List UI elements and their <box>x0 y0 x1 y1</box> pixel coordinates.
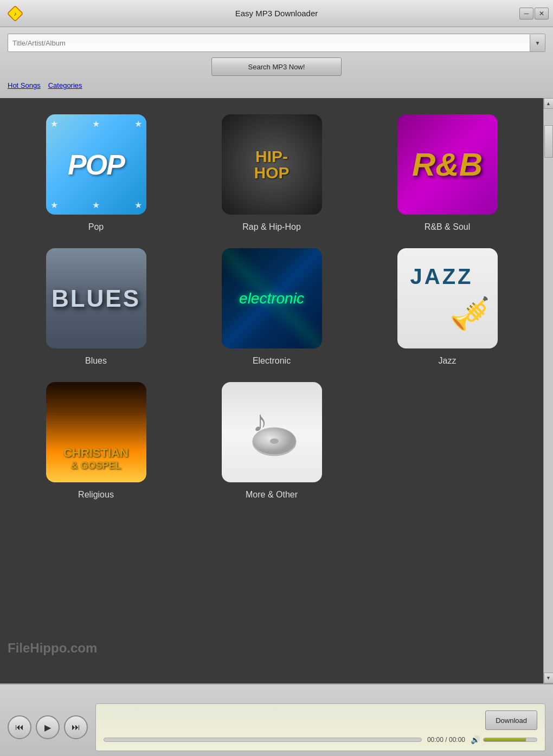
music-note-icon: ♪ <box>239 399 304 466</box>
main-window: ▼ Search MP3 Now! Hot Songs Categories <box>0 27 553 98</box>
svg-text:♪: ♪ <box>14 11 17 17</box>
volume-fill <box>484 738 526 741</box>
volume-icon: 🔊 <box>471 735 480 744</box>
svg-point-4 <box>270 438 279 444</box>
volume-area: 🔊 <box>471 735 537 744</box>
category-item-pop[interactable]: ★★★ POP ★★★ Pop <box>16 114 176 232</box>
search-input[interactable] <box>8 34 530 52</box>
download-button[interactable]: Download <box>485 710 537 730</box>
nav-links: Hot Songs Categories <box>8 81 545 89</box>
app-title: Easy MP3 Downloader <box>235 9 318 18</box>
scrollbar: ▲ ▼ <box>543 98 553 683</box>
category-grid-panel: ★★★ POP ★★★ Pop HIP- HOP Rap & Hip <box>0 98 543 683</box>
prev-button[interactable]: ⏮ <box>8 715 31 739</box>
pop-category-label: Pop <box>88 222 104 232</box>
scroll-up-button[interactable]: ▲ <box>544 98 554 109</box>
religious-category-label: Religious <box>78 490 114 500</box>
category-thumb-hiphop: HIP- HOP <box>222 114 322 215</box>
category-item-more[interactable]: ♪ More & Other <box>192 382 351 500</box>
content-wrapper: ★★★ POP ★★★ Pop HIP- HOP Rap & Hip <box>0 98 553 683</box>
category-item-electronic[interactable]: electronic Electronic <box>192 248 351 366</box>
hot-songs-link[interactable]: Hot Songs <box>8 81 41 89</box>
hiphop-text: HIP- HOP <box>254 148 289 181</box>
electronic-label: electronic <box>239 290 304 307</box>
category-thumb-jazz: JAZZ 🎺 <box>397 248 498 348</box>
pop-stars-bottom: ★★★ <box>50 200 142 210</box>
category-thumb-rnb: R&B <box>397 114 498 215</box>
progress-bar-container: 00:00 / 00:00 🔊 <box>104 735 537 744</box>
rnb-label: R&B <box>412 146 483 183</box>
title-bar: ♪ Easy MP3 Downloader ─ ✕ <box>0 0 553 27</box>
scroll-thumb[interactable] <box>544 125 553 158</box>
next-button[interactable]: ⏭ <box>64 715 88 739</box>
scroll-down-button[interactable]: ▼ <box>544 673 554 683</box>
category-grid: ★★★ POP ★★★ Pop HIP- HOP Rap & Hip <box>0 98 543 516</box>
progress-area: Download 00:00 / 00:00 🔊 <box>95 703 545 751</box>
category-thumb-religious: CHRISTIAN & GOSPEL <box>46 382 146 482</box>
search-bar: ▼ <box>8 34 545 52</box>
category-item-blues[interactable]: BLUES Blues <box>16 248 176 366</box>
hiphop-label2: HOP <box>254 165 289 181</box>
bottom-bar: ⏮ ▶ ⏭ Download 00:00 / 00:00 🔊 <box>0 683 553 756</box>
progress-bar[interactable] <box>104 738 422 742</box>
play-button[interactable]: ▶ <box>36 715 60 739</box>
player-area: ⏮ ▶ ⏭ Download 00:00 / 00:00 🔊 <box>8 690 545 756</box>
more-category-label: More & Other <box>246 490 298 500</box>
pop-stars: ★★★ <box>50 119 142 129</box>
category-item-religious[interactable]: CHRISTIAN & GOSPEL Religious <box>16 382 176 500</box>
pop-label: POP <box>68 148 124 181</box>
close-button[interactable]: ✕ <box>535 8 549 20</box>
search-button-container: Search MP3 Now! <box>8 57 545 76</box>
electronic-category-label: Electronic <box>253 356 291 366</box>
hiphop-label1: HIP- <box>254 148 289 165</box>
minimize-button[interactable]: ─ <box>519 8 533 20</box>
jazz-category-label: Jazz <box>439 356 456 366</box>
volume-bar[interactable] <box>483 738 537 742</box>
jazz-label: JAZZ <box>405 264 473 289</box>
blues-category-label: Blues <box>85 356 107 366</box>
category-item-hiphop[interactable]: HIP- HOP Rap & Hip-Hop <box>192 114 351 232</box>
time-display: 00:00 / 00:00 <box>427 736 465 744</box>
player-controls: ⏮ ▶ ⏭ <box>8 715 88 739</box>
category-thumb-electronic: electronic <box>222 248 322 348</box>
jazz-trumpet-icon: 🎺 <box>449 294 490 333</box>
religious-text: CHRISTIAN & GOSPEL <box>63 446 128 471</box>
category-thumb-pop: ★★★ POP ★★★ <box>46 114 146 215</box>
search-dropdown-button[interactable]: ▼ <box>530 34 545 52</box>
search-mp3-button[interactable]: Search MP3 Now! <box>211 57 342 76</box>
scroll-track[interactable] <box>544 109 554 673</box>
svg-text:♪: ♪ <box>253 404 268 438</box>
blues-label: BLUES <box>52 285 140 312</box>
hiphop-category-label: Rap & Hip-Hop <box>242 222 301 232</box>
rnb-category-label: R&B & Soul <box>425 222 470 232</box>
window-controls: ─ ✕ <box>519 8 549 20</box>
app-logo: ♪ <box>8 6 23 21</box>
category-item-jazz[interactable]: JAZZ 🎺 Jazz <box>368 248 527 366</box>
category-thumb-more: ♪ <box>222 382 322 482</box>
download-btn-container: Download <box>104 710 537 730</box>
category-item-rnb[interactable]: R&B R&B & Soul <box>368 114 527 232</box>
category-thumb-blues: BLUES <box>46 248 146 348</box>
categories-link[interactable]: Categories <box>48 81 82 89</box>
